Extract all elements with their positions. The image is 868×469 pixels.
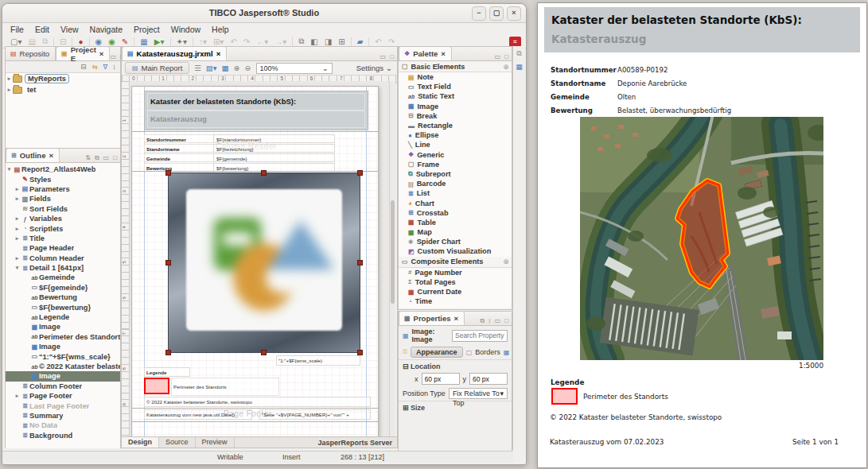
selection-handle[interactable] — [357, 170, 363, 176]
palette-item[interactable]: ✳ Spider Chart — [399, 237, 512, 246]
maximize-panel-icon[interactable]: □ — [504, 317, 508, 325]
search-property-input[interactable] — [452, 330, 508, 342]
selection-handle[interactable] — [165, 350, 171, 355]
design-copyright[interactable]: © 2022 Kataster belasteter Standorte, sw… — [144, 397, 371, 407]
outline-tree-item[interactable]: ▭ $F{gemeinde} — [6, 283, 120, 293]
selection-handle[interactable] — [261, 170, 267, 176]
outline-tree-item[interactable]: ≣ Background — [6, 431, 120, 440]
maximize-panel-icon[interactable]: □ — [113, 154, 117, 162]
expand-icon[interactable]: ▸ — [14, 235, 21, 242]
expand-icon[interactable]: ▾ — [14, 265, 21, 271]
close-tab-icon[interactable]: × — [49, 151, 53, 160]
palette-item[interactable]: ❖ Generic — [399, 150, 512, 160]
tab-repository[interactable]: ▤ Reposito — [6, 47, 56, 60]
view-menu-icon[interactable]: ⁝ — [113, 63, 115, 71]
expand-icon[interactable]: ▸ — [14, 393, 21, 399]
palette-item[interactable]: ⊟ Break — [399, 111, 512, 121]
toolbar-icon[interactable]: ←▾ — [253, 37, 271, 46]
design-legend-label[interactable]: Legende — [144, 367, 190, 377]
expand-icon[interactable]: ▸ — [14, 196, 21, 202]
tab-palette[interactable]: ❖ Palette × — [399, 46, 452, 60]
outline-tree-item[interactable]: ≣ Page Header — [6, 243, 120, 253]
snapshot-icon[interactable]: ▦ — [222, 64, 229, 72]
menu-item[interactable]: Edit — [35, 25, 49, 34]
outline-tree-item[interactable]: ab Perimeter des Standorts — [6, 332, 120, 342]
menu-item[interactable]: View — [60, 25, 79, 34]
palette-item[interactable]: ⊞ Crosstab — [399, 208, 512, 218]
menu-item[interactable]: File — [10, 25, 24, 34]
toolbar-icon[interactable]: ⊟ — [53, 37, 69, 46]
outline-tree-item[interactable]: ▭ $F{bewertung} — [6, 302, 120, 312]
filter-icon[interactable]: ∇ — [103, 63, 108, 71]
close-tab-icon[interactable]: × — [441, 49, 446, 58]
tab-preview[interactable]: Preview — [196, 437, 235, 448]
export-icon[interactable]: ▤▾ — [206, 64, 217, 72]
zoom-in-icon[interactable]: ⊕ — [234, 64, 240, 72]
expand-icon[interactable]: ▸ — [6, 76, 13, 82]
expand-icon[interactable]: ▸ — [14, 215, 21, 222]
toolbar-icon[interactable]: ▦ — [134, 37, 150, 46]
toolbar-icon[interactable]: ◉ — [105, 37, 119, 46]
design-field-row[interactable]: Standortnummer $F{standortnummer} — [144, 134, 335, 143]
expand-icon[interactable]: ▾ — [6, 166, 13, 172]
selection-handle[interactable] — [165, 260, 171, 266]
toolbar-icon[interactable]: ↷ — [385, 37, 398, 46]
close-tab-icon[interactable]: × — [99, 49, 104, 58]
palette-item[interactable]: ◕ Chart — [399, 198, 512, 207]
expand-icon[interactable]: ▸ — [14, 226, 21, 232]
x-input[interactable] — [422, 373, 460, 385]
palette-item[interactable]: ◩ Custom Visualization — [399, 246, 512, 256]
toolbar-icon[interactable]: ⧉ — [39, 37, 51, 46]
settings-menu[interactable]: Settings⌄ — [356, 64, 397, 72]
toolbar-icon[interactable]: ⊞ — [335, 37, 348, 46]
menu-item[interactable]: Project — [134, 25, 160, 34]
palette-item[interactable]: ╲ Line — [399, 140, 512, 149]
minimize-panel-icon[interactable]: ▭ — [110, 53, 116, 60]
design-title-line1[interactable]: Kataster der belasteten Standorte (KbS): — [147, 93, 365, 110]
palette-item[interactable]: # Page Number — [399, 268, 512, 277]
design-title-line2[interactable]: Katasterauszug — [147, 110, 365, 128]
outline-tree-item[interactable]: ▾ ▤ Report2_Altlast4Web — [6, 165, 120, 174]
minimize-button[interactable]: − — [472, 6, 486, 21]
design-title-band[interactable]: Kataster der belasteten Standorte (KbS):… — [144, 91, 368, 130]
toolbar-icon[interactable]: ⊞▾ — [210, 37, 227, 46]
palette-item[interactable]: ▦ Table — [399, 218, 512, 227]
zoom-level-select[interactable]: 100%⌄ — [256, 63, 333, 74]
palette-item[interactable]: Σ Total Pages — [399, 277, 512, 287]
palette-item[interactable]: % Percentage — [399, 306, 512, 308]
maximize-button[interactable]: ▢ — [489, 6, 504, 21]
tab-project-explorer[interactable]: ▣ Project E × — [56, 46, 110, 60]
tab-properties[interactable]: ▦ Properties × — [399, 311, 465, 325]
pin-icon[interactable]: ◎ — [504, 64, 512, 70]
toolbar-icon[interactable]: ◨ — [321, 37, 335, 46]
scrollbar-thumb[interactable] — [391, 200, 395, 304]
design-image-placeholder[interactable] — [168, 172, 360, 353]
bands-icon[interactable]: ☰ — [194, 64, 201, 72]
project-tree-item[interactable]: ▸ tet — [6, 84, 120, 95]
palette-item[interactable]: ▭ Text Field — [399, 82, 512, 91]
minimize-panel-icon[interactable]: ▭ — [495, 53, 501, 60]
toolbar-icon[interactable]: ▶▾ — [151, 37, 168, 46]
expand-icon[interactable]: ▸ — [14, 186, 21, 192]
outline-tree-item[interactable]: ≋ Sort Fields — [6, 204, 120, 214]
outline-tree-item[interactable]: ▸ ≣ Column Header — [6, 254, 120, 263]
design-footer-right[interactable]: "Seite "+$V{PAGE_NUMBER}+" von"" + — [259, 409, 371, 420]
outline-tree-item[interactable]: ▾ ≣ Detail 1 [641px] — [6, 263, 120, 273]
toolbar-icon[interactable]: ✦▾ — [170, 37, 190, 46]
outline-tree-item[interactable]: ab Gemeinde — [6, 273, 120, 282]
design-field-row[interactable]: Gemeinde $F{gemeinde} — [144, 153, 335, 162]
vertical-scrollbar[interactable] — [389, 81, 395, 437]
main-report-button[interactable]: ▤ Main Report — [125, 62, 189, 74]
outline-tree-item[interactable]: ab Legende — [6, 312, 120, 322]
toolbar-icon[interactable]: ↶ — [227, 37, 239, 46]
toolbar-icon[interactable]: ✎ — [119, 37, 131, 46]
design-field-row[interactable]: Standortname $F{bezeichnung} — [144, 144, 335, 153]
maximize-panel-icon[interactable]: □ — [504, 53, 508, 60]
outline-tree-item[interactable]: ≣ Last Page Footer — [6, 401, 120, 410]
expand-icon[interactable]: ▸ — [6, 87, 13, 93]
design-legend-swatch[interactable] — [144, 378, 169, 394]
outline-tree-item[interactable]: ✎ Styles — [6, 174, 120, 184]
tab-katasterauszug-jrxml[interactable]: ▤ Katasterauszug.jrxml × — [122, 46, 227, 60]
outline-tree-item[interactable]: ≣ Column Footer — [6, 382, 120, 391]
y-input[interactable] — [469, 373, 508, 385]
